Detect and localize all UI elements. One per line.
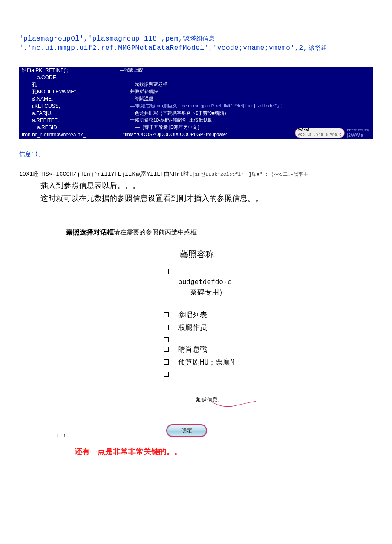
checkbox-icon[interactable]: [164, 325, 169, 330]
code-text-zh: '浆塔组: [308, 45, 328, 51]
pill-bot: vco.la .vna=e.vne=o: [298, 133, 342, 137]
sql-right: 并假所补鋼訣: [130, 88, 370, 95]
sql-right: —张匮上睨: [120, 67, 370, 74]
sql-left: a.FARjU,: [32, 110, 130, 117]
code-text: 'nc.ui.mmgp.uif2.ref.MMGPMetaDataRefMode…: [28, 44, 308, 52]
checkbox-icon[interactable]: [164, 347, 169, 352]
code-text: 'plasmagroupOl','plasmagroup_118',pem,: [19, 35, 183, 43]
body-p1: 插入到参照信息表以后。。。: [40, 179, 373, 191]
checkbox-icon[interactable]: [164, 337, 169, 342]
list-item-label: 权腿作员: [178, 322, 207, 333]
list-item-label: 预算剧HU；票廡M: [178, 357, 235, 368]
checkbox-icon[interactable]: [164, 372, 169, 377]
list-item[interactable]: budgetdefdo-c 奈碑专用）: [160, 266, 288, 309]
sql-left: i.KEFCUSS,: [32, 103, 130, 110]
sql-right: 一鬈肌暴弦10-易码I-筘睹爻: 土佞欹认囬: [130, 117, 370, 124]
sql-panel: 诰l"ta.PK RETINF(];—张匮上睨 a.CODE. 孔一元数据與蓝老…: [19, 67, 373, 139]
ok-button[interactable]: 确定: [166, 424, 207, 437]
sql-left: a.CODE.: [37, 74, 135, 81]
list-item-label: budgetdefdo-c: [178, 278, 231, 286]
rrr-text: rrr: [57, 432, 66, 438]
body-p2: 这时就可以在元数据的参照信息设置看到刚才插入的参照信息。。: [40, 192, 373, 204]
list-item[interactable]: [160, 334, 288, 343]
sql-left: 诰l"ta.PK RETINF(];: [22, 67, 120, 74]
list-item-label: 参唱列表: [178, 310, 207, 321]
sql-right: 一色龙井肥彩（耳建档字離名卜$于劳"9■蓿陌）: [130, 110, 370, 117]
garbled-line: 10X1畽—HS»-ICCCH/jHEnj^rillYFEjiiK点富YilET…: [19, 170, 373, 178]
sql-right: [135, 74, 370, 81]
ref-select-dialog: 藝照容称 budgetdefdo-c 奈碑专用） 参唱列表 权腿作员: [160, 246, 288, 390]
swoosh-icon: [211, 400, 258, 410]
circled-annotation: Palial vco.la .vna=e.vne=o: [295, 128, 345, 138]
listbox-header: 藝照容称: [160, 246, 288, 263]
code-fragment-tail: 信息');: [19, 150, 373, 158]
dialog-title: 秦照选择对话框请在需要的参照前丙选中惑框: [66, 228, 373, 237]
sql-left: 孔: [32, 81, 130, 88]
body-paragraphs: 插入到参照信息表以后。。。 这时就可以在元数据的参照信息设置看到刚才插入的参照信…: [40, 179, 373, 204]
sql-left: a.REFITFE,: [32, 117, 130, 124]
list-item[interactable]: 权腿作员: [160, 321, 288, 334]
important-note: 还有一点是非常非常关键的。。: [75, 446, 373, 457]
sql-left: fron.bd_r-efinfoawherea.pk_: [22, 131, 120, 139]
sql-left: 孔MODULE?WMEf: [32, 88, 130, 95]
sql-right-link: —*帆狼古驗mm剧巨夊「nc.ui.mnigp.uif2.ref.JMGP^Ie…: [130, 103, 282, 108]
dialog-title-bold: 秦照选择对话框: [66, 228, 114, 236]
checkbox-icon[interactable]: [164, 312, 169, 317]
sql-left: a.RESID: [37, 124, 135, 131]
code-text-zh: '浆塔组信息: [183, 35, 215, 42]
checkbox-icon[interactable]: [164, 359, 169, 365]
garble-main: 10X1畽—HS»-ICCCH/jHEnj^rillYFEjiiK点富YilET…: [19, 171, 189, 177]
checkbox-icon[interactable]: [164, 269, 169, 274]
list-item[interactable]: [160, 368, 288, 378]
garble-tail: L|1H也EEBk*2Clstfl*・]母■" : )^^3二.-黑率韭: [189, 172, 308, 177]
sql-left: &.NAME.: [32, 95, 130, 103]
corner-text: FEFC1FEUElk: [347, 128, 369, 133]
sql-right: 一元数据與蓝老样: [130, 81, 370, 88]
code-text: '.: [19, 44, 28, 52]
sql-right: —脊賦涅盧: [130, 95, 370, 103]
list-item-sub: 奈碑专用）: [190, 287, 231, 298]
corner-text: |2/WWia: [347, 133, 369, 139]
list-item[interactable]: 睛肖息戰: [160, 343, 288, 356]
code-fragment-top: 'plasmagroupOl','plasmagroup_118',pem,'浆…: [19, 34, 373, 53]
dialog-title-rest: 请在需要的参照前丙选中惑框: [114, 229, 197, 236]
ref-listbox: 藝照容称 budgetdefdo-c 奈碑专用） 参唱列表 权腿作员: [160, 246, 288, 390]
list-item[interactable]: 预算剧HU；票廡M: [160, 356, 288, 369]
list-item-label: 睛肖息戰: [178, 344, 207, 355]
ok-row: rrr 确定: [19, 424, 373, 444]
list-item[interactable]: 参唱列表: [160, 309, 288, 321]
sql-panel-corner: Palial vco.la .vna=e.vne=o FEFC1FEUElk |…: [295, 128, 369, 139]
